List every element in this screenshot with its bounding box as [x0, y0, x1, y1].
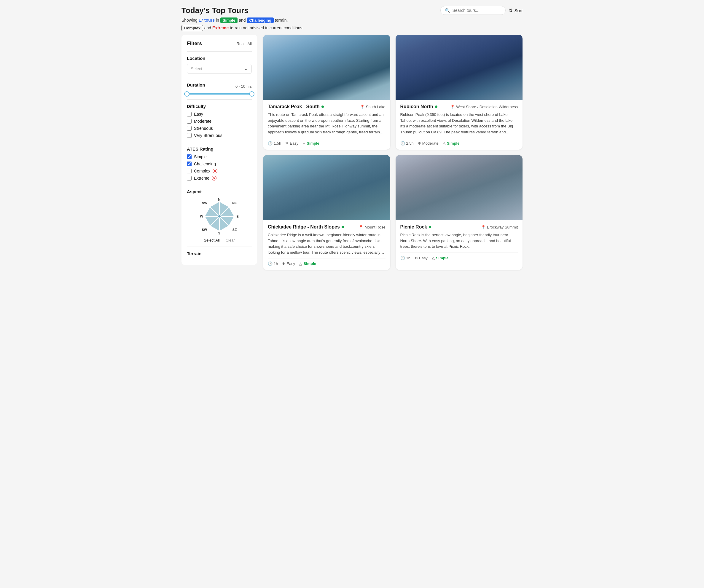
card-4-image [396, 155, 523, 220]
duration-range: 0 - 10 hrs [235, 84, 252, 88]
card-3-title: Chickadee Ridge - North Slopes [268, 224, 344, 230]
warning-row: Complex and Extreme terrain not advised … [181, 25, 303, 31]
compass: N NE E SE S SW W NW [200, 197, 239, 236]
ates-extreme[interactable]: Extreme ✕ [187, 176, 252, 181]
card-3-title-text: Chickadee Ridge - North Slopes [268, 224, 340, 230]
card-2-duration-text: 2.5h [406, 141, 414, 145]
card-3-image-wrap [263, 155, 390, 220]
card-1-status-dot [321, 106, 324, 108]
ates-challenging-checkbox[interactable] [187, 161, 191, 166]
card-3-ates-text: Simple [303, 261, 316, 266]
compass-w-label: W [200, 214, 203, 218]
card-2-body: Rubicon North 📍 West Shore / Desolation … [396, 100, 523, 150]
difficulty-easy-checkbox[interactable] [187, 112, 191, 117]
sort-button[interactable]: ⇅ Sort [509, 8, 523, 13]
subtitle-mid: in [216, 18, 219, 22]
location-filter: Location Select... ⌄ [187, 56, 252, 74]
search-input[interactable] [452, 8, 501, 13]
card-2-description: Rubicon Peak (9,350 feet) is located on … [400, 112, 518, 135]
ates-label: ATES Rating [187, 146, 252, 151]
compass-s-label: S [218, 232, 220, 235]
duration-label: Duration [187, 82, 205, 87]
difficulty-very-strenuous[interactable]: Very Strenuous [187, 133, 252, 138]
simple-badge: Simple [220, 17, 238, 23]
card-3-difficulty: ❄ Easy [282, 261, 295, 266]
clear-button[interactable]: Clear [226, 238, 235, 243]
ates-complex[interactable]: Complex ✕ [187, 169, 252, 173]
card-3-ates: △ Simple [299, 261, 316, 266]
divider-5 [187, 185, 252, 185]
tour-card-2: Rubicon North 📍 West Shore / Desolation … [396, 35, 523, 150]
duration-slider-track [187, 93, 252, 94]
ates-challenging[interactable]: Challenging [187, 161, 252, 166]
slider-thumb-right[interactable] [249, 91, 254, 96]
card-3-location: 📍 Mount Rose [358, 225, 385, 230]
ates-simple-label: Simple [194, 154, 207, 159]
compass-labels: N NE E SE S SW W NW [200, 197, 239, 236]
card-2-location: 📍 West Shore / Desolation Wilderness [450, 105, 518, 109]
reset-all-button[interactable]: Reset All [237, 42, 252, 46]
duration-filter: Duration 0 - 10 hrs [187, 82, 252, 94]
card-1-title: Tamarack Peak - South [268, 104, 324, 109]
difficulty-moderate-checkbox[interactable] [187, 119, 191, 124]
ates-challenging-label: Challenging [194, 161, 216, 166]
difficulty-checkbox-group: Easy Moderate Strenuous Very Strenuous [187, 112, 252, 138]
card-3-footer: 🕐 1h ❄ Easy △ Simple [268, 258, 386, 266]
card-4-difficulty: ❄ Easy [415, 256, 428, 260]
search-icon: 🔍 [445, 8, 450, 13]
card-4-title-text: Picnic Rock [400, 224, 427, 230]
aspect-filter: Aspect [187, 189, 252, 243]
difficulty-strenuous[interactable]: Strenuous [187, 126, 252, 131]
difficulty-moderate[interactable]: Moderate [187, 119, 252, 124]
difficulty-very-strenuous-checkbox[interactable] [187, 133, 191, 138]
difficulty-filter: Difficulty Easy Moderate Strenuous [187, 104, 252, 138]
difficulty-label: Difficulty [187, 104, 252, 109]
card-3-image [263, 155, 390, 220]
search-box[interactable]: 🔍 [441, 6, 506, 15]
difficulty-strenuous-checkbox[interactable] [187, 126, 191, 131]
card-1-image-wrap [263, 35, 390, 100]
card-4-clock-icon: 🕐 [400, 256, 405, 260]
ates-extreme-checkbox[interactable] [187, 176, 191, 181]
card-2-ates-icon: △ [443, 141, 446, 145]
card-3-duration-text: 1h [274, 261, 278, 266]
page-title: Today's Top Tours [181, 6, 303, 15]
subtitle-pre: Showing [181, 18, 197, 22]
sidebar: Filters Reset All Location Select... ⌄ D… [181, 35, 257, 265]
terrain-filter: Terrain [187, 251, 252, 256]
card-2-difficulty-icon: ❄ [418, 141, 421, 145]
ates-filter: ATES Rating Simple Challenging Complex ✕… [187, 146, 252, 181]
card-1-title-row: Tamarack Peak - South 📍 South Lake [268, 104, 386, 109]
tour-count-badge: 17 tours [199, 18, 215, 22]
select-all-button[interactable]: Select All [204, 238, 220, 243]
difficulty-very-strenuous-label: Very Strenuous [194, 133, 222, 138]
difficulty-easy[interactable]: Easy [187, 112, 252, 117]
card-2-ates-text: Simple [447, 141, 460, 145]
card-1-ates-icon: △ [302, 141, 305, 145]
card-1-location-icon: 📍 [360, 105, 365, 109]
slider-thumb-left[interactable] [184, 91, 189, 96]
card-2-duration: 🕐 2.5h [400, 141, 414, 145]
compass-n-label: N [218, 198, 221, 201]
compass-container: N NE E SE S SW W NW [187, 197, 252, 236]
card-3-clock-icon: 🕐 [268, 261, 273, 266]
location-select[interactable]: Select... ⌄ [187, 64, 252, 74]
complex-badge: Complex [181, 25, 203, 31]
card-1-difficulty-text: Easy [290, 141, 298, 145]
sidebar-header: Filters Reset All [187, 41, 252, 47]
card-2-location-text: West Shore / Desolation Wilderness [456, 105, 518, 109]
compass-se-label: SE [233, 228, 237, 232]
card-3-location-text: Mount Rose [364, 225, 385, 230]
ates-complex-checkbox[interactable] [187, 169, 191, 173]
compass-ne-label: NE [232, 201, 237, 205]
card-4-image-wrap [396, 155, 523, 220]
card-1-ates: △ Simple [302, 141, 319, 145]
aspect-actions: Select All Clear [187, 238, 252, 243]
ates-simple[interactable]: Simple [187, 154, 252, 159]
compass-sw-label: SW [202, 228, 207, 232]
ates-simple-checkbox[interactable] [187, 154, 191, 159]
card-2-clock-icon: 🕐 [400, 141, 405, 145]
card-1-title-text: Tamarack Peak - South [268, 104, 320, 109]
tour-card-1: Tamarack Peak - South 📍 South Lake This … [263, 35, 390, 150]
card-2-difficulty: ❄ Moderate [418, 141, 438, 145]
